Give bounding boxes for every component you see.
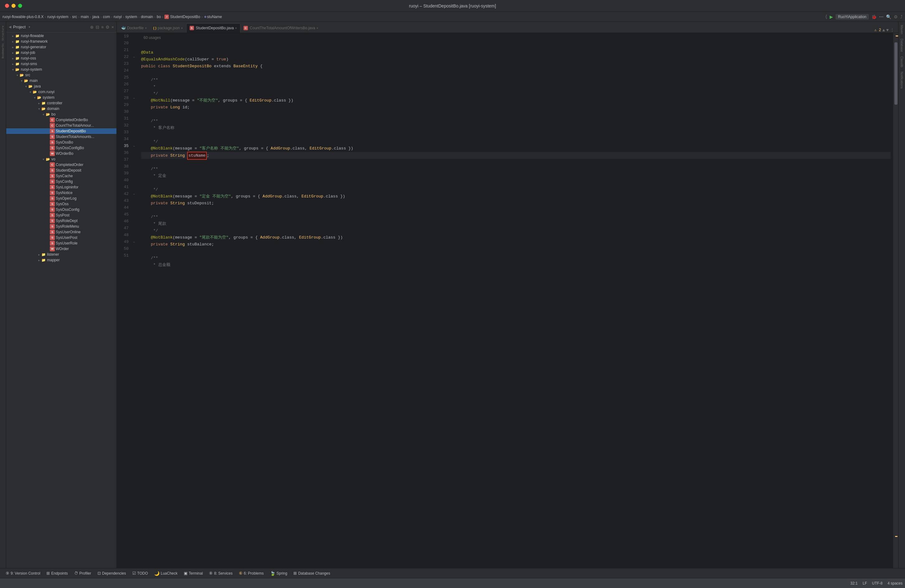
tree-item-ruoyi-flowable[interactable]: 📁 ruoyi-flowable [6,33,116,39]
spring-btn[interactable]: 🍃 Spring [267,570,291,577]
tab-up[interactable]: ▲ [882,28,885,33]
tree-item-bo[interactable]: 📂 bo [6,111,116,117]
tree-item-WOrder[interactable]: W WOrder [6,246,116,252]
problems-btn[interactable]: ⑥ 6: Problems [236,570,267,577]
tree-item-ruoyi-sms[interactable]: 📁 ruoyi-sms [6,61,116,67]
tree-item-mapper[interactable]: 📁 mapper [6,257,116,263]
run-icon[interactable]: ▶ [830,14,833,19]
fold-icon-50[interactable]: – [133,238,135,245]
fold-icon-37[interactable]: – [133,143,135,149]
tree-item-SysOss[interactable]: S SysOss [6,201,116,207]
tree-item-domain[interactable]: 📂 domain [6,106,116,111]
tree-item-SysOperLog[interactable]: S SysOperLog [6,195,116,201]
code-editor[interactable]: 19 20 21 22 23 24 25 26 27 28 29 30 31 3… [117,33,898,568]
tree-item-CompletedOrder[interactable]: C CompletedOrder [6,162,116,168]
tree-item-SysOssConfigBo[interactable]: S SysOssConfigBo [6,145,116,151]
maximize-button[interactable] [18,4,22,8]
profiler-btn[interactable]: ⏱ Profiler [71,570,94,577]
tree-item-SysLogininfor[interactable]: S SysLogininfor [6,184,116,190]
tree-item-StudentDepositBo[interactable]: S StudentDepositBo [6,128,116,134]
tab-student-deposit-bo[interactable]: S StudentDepositBo.java × [186,23,241,33]
more-icon[interactable]: ⋯ [879,14,883,19]
nav-back[interactable]: ⟨ [825,14,827,20]
todo-btn[interactable]: ☑ TODO [129,570,151,577]
tab-close[interactable]: × [235,26,237,30]
fold-icon-30[interactable]: – [133,95,135,102]
tree-item-java[interactable]: 📂 java [6,83,116,89]
bookmark-structure[interactable]: Structure [1,24,5,42]
nav-class[interactable]: StudentDepositBo [170,14,200,19]
scroll-thumb[interactable] [894,42,897,105]
indent[interactable]: 4 spaces [888,581,902,585]
tree-item-ruoyi-generator[interactable]: 📁 ruoyi-generator [6,44,116,50]
tree-item-SysUserPost[interactable]: S SysUserPost [6,235,116,240]
tab-dockerfile[interactable]: 🐳 Dockerfile × [118,23,150,33]
tree-item-ruoyi-framework[interactable]: 📁 ruoyi-framework [6,39,116,44]
line-ending[interactable]: LF [863,581,867,585]
debug-icon[interactable]: 🐞 [872,14,876,19]
bookmark-bookmarks[interactable]: Bookmarks [1,42,5,60]
endpoints-btn[interactable]: ⊞ Endpoints [43,570,71,577]
panel-dropdown[interactable]: ▾ [29,25,30,29]
tree-item-src[interactable]: 📂 src [6,72,116,78]
tree-item-system-folder[interactable]: 📂 system [6,95,116,100]
tree-item-SysPost[interactable]: S SysPost [6,212,116,218]
tree-item-controller[interactable]: 📁 controller [6,100,116,106]
tree-item-SysCache[interactable]: S SysCache [6,173,116,179]
tree-item-main[interactable]: 📂 main [6,78,116,83]
search-icon[interactable]: 🔍 [886,14,891,19]
tree-item-SysUserRole[interactable]: S SysUserRole [6,240,116,246]
database-panel-btn[interactable]: Database [899,37,904,54]
tree-item-listener[interactable]: 📁 listener [6,252,116,257]
version-control-btn[interactable]: ⑨ 9: Version Control [3,570,43,577]
tree-item-SysConfig[interactable]: S SysConfig [6,179,116,184]
tab-close[interactable]: × [181,26,183,30]
tab-close[interactable]: × [145,26,147,30]
close-button[interactable] [5,4,9,8]
nav-field[interactable]: stuName [207,14,222,19]
locate-icon[interactable]: ⊕ [90,25,94,30]
collapse-all-icon[interactable]: ⊟ [95,25,99,30]
encoding[interactable]: UTF-8 [872,581,883,585]
tree-item-SysOssConfig[interactable]: S SysOssConfig [6,207,116,212]
services-btn[interactable]: ⑧ 8: Services [206,570,235,577]
maven-panel-btn[interactable]: Maven [899,23,904,36]
luacheck-btn[interactable]: 🌙 LuaCheck [151,570,181,577]
nav-module[interactable]: ruoyi-system [47,14,68,19]
fold-icon-24[interactable]: – [133,54,135,60]
tab-package-json[interactable]: { } package.json × [150,23,186,33]
run-config[interactable]: RuoYiApplication [835,14,869,20]
terminal-btn[interactable]: ▣ Terminal [181,570,206,577]
code-content[interactable]: 60 usages @Data @EqualsAndHashCode(callS… [138,33,893,568]
notifications-panel-btn[interactable]: Notifications [899,70,904,90]
tree-item-ruoyi-oss[interactable]: 📁 ruoyi-oss [6,56,116,61]
tree-item-ruoyi-job[interactable]: 📁 ruoyi-job [6,50,116,56]
fold-icon-44[interactable]: – [133,191,135,197]
tree-item-CountTheTotalAmour[interactable]: C CountTheTotalAmour... [6,123,116,128]
tree-item-SysUserOnline[interactable]: S SysUserOnline [6,229,116,235]
tree-item-StudentDeposit[interactable]: S StudentDeposit [6,168,116,173]
minimize-button[interactable] [11,4,16,8]
tree-item-SysRoleDept[interactable]: S SysRoleDept [6,218,116,224]
tab-close[interactable]: × [316,26,318,30]
tree-item-ruoyi-system[interactable]: 📂 ruoyi-system [6,67,116,72]
tree-item-SysNotice[interactable]: S SysNotice [6,190,116,195]
tree-item-SysOssBo[interactable]: S SysOssBo [6,140,116,145]
tree-item-CompletedOrderBo[interactable]: C CompletedOrderBo [6,117,116,123]
tree-item-SysRoleMenu[interactable]: S SysRoleMenu [6,224,116,229]
tree-item-vo[interactable]: 📂 vo [6,156,116,162]
editor-scrollbar[interactable] [893,33,898,568]
sort-icon[interactable]: ≡ [101,25,104,30]
tree-item-com-ruoyi[interactable]: 📂 com.ruoyi [6,89,116,95]
tab-count-total[interactable]: C CountTheTotalAmountOfWritersBo.java × [240,23,321,33]
settings-icon[interactable]: ⚙ [894,14,898,19]
nav-project[interactable]: ruoyi-flowable-plus-0.8.X [3,14,44,19]
panel-collapse[interactable]: ◀ [9,25,11,29]
tab-down[interactable]: ▼ [886,28,889,33]
database-changes-btn[interactable]: ⊞ Database Changes [290,570,333,577]
dependencies-btn[interactable]: ⊡ Dependencies [94,570,129,577]
tab-menu[interactable]: ⋮ [890,27,894,33]
share-icon[interactable]: ⤴ [900,14,902,19]
classlib-panel-btn[interactable]: Classlib [899,54,904,69]
cursor-position[interactable]: 32:1 [851,581,858,585]
